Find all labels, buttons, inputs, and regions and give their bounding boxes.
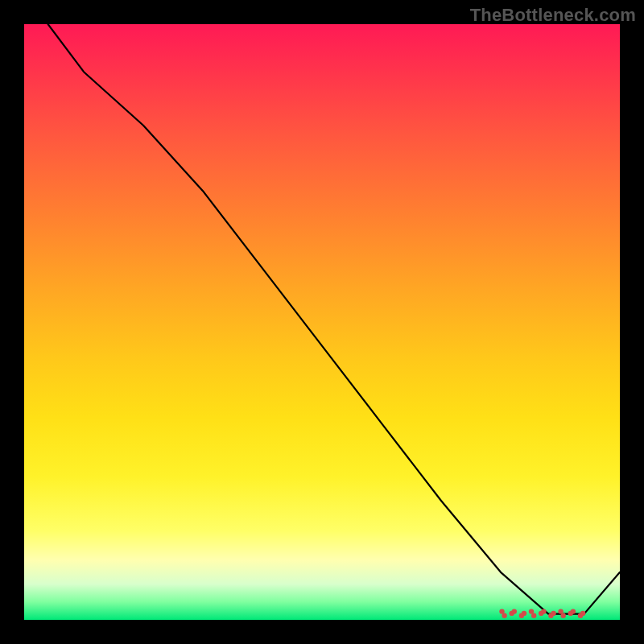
marker-dot bbox=[580, 611, 585, 616]
marker-dot bbox=[522, 611, 526, 616]
marker-dot bbox=[502, 613, 506, 618]
marker-dot bbox=[512, 609, 517, 613]
marker-dot bbox=[541, 609, 546, 613]
watermark-text: TheBottleneck.com bbox=[470, 5, 636, 26]
marker-dot bbox=[551, 611, 555, 616]
marker-dot bbox=[561, 613, 566, 618]
dense-marker-group bbox=[499, 609, 585, 618]
chart-overlay bbox=[24, 24, 620, 620]
curve-line bbox=[48, 24, 620, 614]
marker-dot bbox=[531, 613, 536, 618]
marker-dot bbox=[571, 609, 576, 613]
